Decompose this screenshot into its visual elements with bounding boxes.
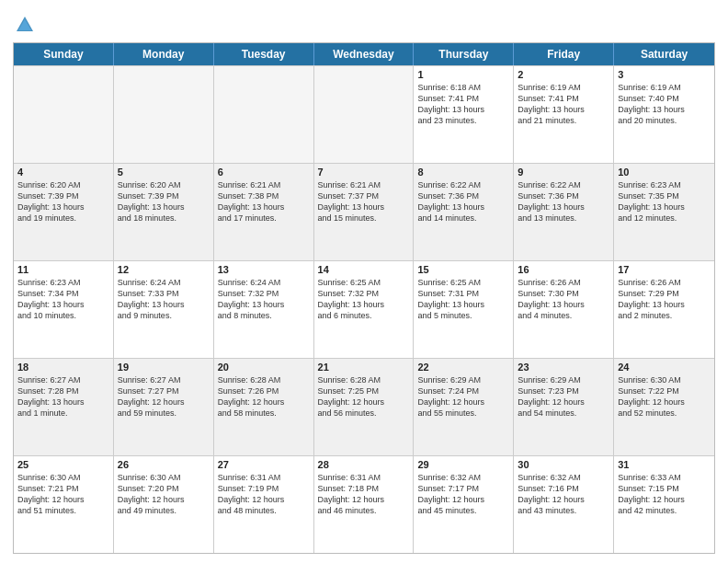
day-info: Sunrise: 6:20 AMSunset: 7:39 PMDaylight:… bbox=[118, 179, 210, 224]
logo-icon bbox=[15, 15, 35, 35]
calendar-row: 11Sunrise: 6:23 AMSunset: 7:34 PMDayligh… bbox=[14, 260, 714, 358]
calendar-cell bbox=[314, 66, 415, 163]
calendar-cell: 8Sunrise: 6:22 AMSunset: 7:36 PMDaylight… bbox=[414, 164, 514, 260]
calendar-cell: 16Sunrise: 6:26 AMSunset: 7:30 PMDayligh… bbox=[514, 261, 614, 358]
day-info: Sunrise: 6:19 AMSunset: 7:41 PMDaylight:… bbox=[518, 82, 609, 127]
calendar-cell bbox=[114, 66, 214, 163]
calendar-cell: 29Sunrise: 6:32 AMSunset: 7:17 PMDayligh… bbox=[414, 456, 514, 553]
calendar-cell: 9Sunrise: 6:22 AMSunset: 7:36 PMDaylight… bbox=[514, 164, 614, 260]
calendar-cell: 11Sunrise: 6:23 AMSunset: 7:34 PMDayligh… bbox=[14, 261, 114, 358]
day-info: Sunrise: 6:32 AMSunset: 7:16 PMDaylight:… bbox=[518, 472, 609, 517]
calendar-row: 1Sunrise: 6:18 AMSunset: 7:41 PMDaylight… bbox=[14, 65, 714, 163]
day-number: 12 bbox=[118, 264, 210, 275]
day-info: Sunrise: 6:32 AMSunset: 7:17 PMDaylight:… bbox=[417, 472, 509, 517]
calendar-cell: 17Sunrise: 6:26 AMSunset: 7:29 PMDayligh… bbox=[614, 261, 714, 358]
calendar-cell: 13Sunrise: 6:24 AMSunset: 7:32 PMDayligh… bbox=[214, 261, 314, 358]
calendar-cell: 1Sunrise: 6:18 AMSunset: 7:41 PMDaylight… bbox=[414, 66, 514, 163]
day-info: Sunrise: 6:25 AMSunset: 7:32 PMDaylight:… bbox=[318, 277, 410, 322]
calendar-cell: 6Sunrise: 6:21 AMSunset: 7:38 PMDaylight… bbox=[214, 164, 314, 260]
calendar-header: SundayMondayTuesdayWednesdayThursdayFrid… bbox=[14, 43, 714, 65]
day-info: Sunrise: 6:24 AMSunset: 7:32 PMDaylight:… bbox=[218, 277, 310, 322]
calendar-cell: 21Sunrise: 6:28 AMSunset: 7:25 PMDayligh… bbox=[314, 359, 415, 455]
weekday-header-thursday: Thursday bbox=[414, 43, 514, 65]
day-number: 26 bbox=[118, 459, 210, 470]
day-number: 18 bbox=[17, 362, 109, 373]
calendar-cell: 10Sunrise: 6:23 AMSunset: 7:35 PMDayligh… bbox=[614, 164, 714, 260]
day-number: 13 bbox=[218, 264, 310, 275]
day-info: Sunrise: 6:30 AMSunset: 7:22 PMDaylight:… bbox=[618, 374, 711, 419]
day-info: Sunrise: 6:23 AMSunset: 7:34 PMDaylight:… bbox=[17, 277, 109, 322]
day-info: Sunrise: 6:31 AMSunset: 7:18 PMDaylight:… bbox=[318, 472, 410, 517]
day-number: 17 bbox=[618, 264, 711, 275]
day-number: 23 bbox=[518, 362, 609, 373]
day-number: 5 bbox=[118, 167, 210, 178]
day-info: Sunrise: 6:30 AMSunset: 7:21 PMDaylight:… bbox=[17, 472, 109, 517]
day-number: 6 bbox=[218, 167, 310, 178]
day-number: 28 bbox=[318, 459, 410, 470]
calendar-cell: 31Sunrise: 6:33 AMSunset: 7:15 PMDayligh… bbox=[614, 456, 714, 553]
logo bbox=[13, 13, 35, 35]
day-info: Sunrise: 6:23 AMSunset: 7:35 PMDaylight:… bbox=[618, 179, 711, 224]
day-number: 22 bbox=[417, 362, 509, 373]
day-number: 21 bbox=[318, 362, 410, 373]
day-number: 16 bbox=[518, 264, 609, 275]
calendar-cell: 26Sunrise: 6:30 AMSunset: 7:20 PMDayligh… bbox=[114, 456, 214, 553]
day-info: Sunrise: 6:28 AMSunset: 7:26 PMDaylight:… bbox=[218, 374, 310, 419]
calendar: SundayMondayTuesdayWednesdayThursdayFrid… bbox=[13, 42, 715, 554]
calendar-cell bbox=[14, 66, 114, 163]
calendar-cell: 24Sunrise: 6:30 AMSunset: 7:22 PMDayligh… bbox=[614, 359, 714, 455]
day-number: 3 bbox=[618, 69, 711, 80]
day-info: Sunrise: 6:27 AMSunset: 7:27 PMDaylight:… bbox=[118, 374, 210, 419]
day-info: Sunrise: 6:21 AMSunset: 7:37 PMDaylight:… bbox=[318, 179, 410, 224]
day-number: 14 bbox=[318, 264, 410, 275]
header bbox=[13, 9, 715, 35]
day-number: 20 bbox=[218, 362, 310, 373]
weekday-header-friday: Friday bbox=[514, 43, 614, 65]
day-info: Sunrise: 6:19 AMSunset: 7:40 PMDaylight:… bbox=[618, 82, 711, 127]
calendar-cell: 15Sunrise: 6:25 AMSunset: 7:31 PMDayligh… bbox=[414, 261, 514, 358]
day-info: Sunrise: 6:29 AMSunset: 7:23 PMDaylight:… bbox=[518, 374, 609, 419]
day-info: Sunrise: 6:28 AMSunset: 7:25 PMDaylight:… bbox=[318, 374, 410, 419]
day-info: Sunrise: 6:22 AMSunset: 7:36 PMDaylight:… bbox=[518, 179, 609, 224]
calendar-row: 4Sunrise: 6:20 AMSunset: 7:39 PMDaylight… bbox=[14, 163, 714, 260]
day-info: Sunrise: 6:27 AMSunset: 7:28 PMDaylight:… bbox=[17, 374, 109, 419]
calendar-cell bbox=[214, 66, 314, 163]
day-info: Sunrise: 6:26 AMSunset: 7:30 PMDaylight:… bbox=[518, 277, 609, 322]
day-info: Sunrise: 6:18 AMSunset: 7:41 PMDaylight:… bbox=[417, 82, 509, 127]
day-number: 25 bbox=[17, 459, 109, 470]
calendar-cell: 14Sunrise: 6:25 AMSunset: 7:32 PMDayligh… bbox=[314, 261, 415, 358]
day-number: 29 bbox=[417, 459, 509, 470]
day-number: 1 bbox=[417, 69, 509, 80]
day-number: 2 bbox=[518, 69, 609, 80]
day-number: 27 bbox=[218, 459, 310, 470]
weekday-header-sunday: Sunday bbox=[14, 43, 114, 65]
day-number: 11 bbox=[17, 264, 109, 275]
day-number: 10 bbox=[618, 167, 711, 178]
day-number: 19 bbox=[118, 362, 210, 373]
weekday-header-wednesday: Wednesday bbox=[314, 43, 415, 65]
calendar-cell: 28Sunrise: 6:31 AMSunset: 7:18 PMDayligh… bbox=[314, 456, 415, 553]
day-info: Sunrise: 6:24 AMSunset: 7:33 PMDaylight:… bbox=[118, 277, 210, 322]
calendar-row: 18Sunrise: 6:27 AMSunset: 7:28 PMDayligh… bbox=[14, 358, 714, 455]
calendar-cell: 18Sunrise: 6:27 AMSunset: 7:28 PMDayligh… bbox=[14, 359, 114, 455]
page: SundayMondayTuesdayWednesdayThursdayFrid… bbox=[0, 0, 728, 563]
calendar-cell: 7Sunrise: 6:21 AMSunset: 7:37 PMDaylight… bbox=[314, 164, 415, 260]
day-number: 24 bbox=[618, 362, 711, 373]
day-info: Sunrise: 6:30 AMSunset: 7:20 PMDaylight:… bbox=[118, 472, 210, 517]
calendar-row: 25Sunrise: 6:30 AMSunset: 7:21 PMDayligh… bbox=[14, 455, 714, 553]
calendar-cell: 20Sunrise: 6:28 AMSunset: 7:26 PMDayligh… bbox=[214, 359, 314, 455]
day-info: Sunrise: 6:25 AMSunset: 7:31 PMDaylight:… bbox=[417, 277, 509, 322]
calendar-cell: 25Sunrise: 6:30 AMSunset: 7:21 PMDayligh… bbox=[14, 456, 114, 553]
weekday-header-monday: Monday bbox=[114, 43, 214, 65]
day-info: Sunrise: 6:21 AMSunset: 7:38 PMDaylight:… bbox=[218, 179, 310, 224]
day-number: 7 bbox=[318, 167, 410, 178]
calendar-cell: 22Sunrise: 6:29 AMSunset: 7:24 PMDayligh… bbox=[414, 359, 514, 455]
calendar-cell: 30Sunrise: 6:32 AMSunset: 7:16 PMDayligh… bbox=[514, 456, 614, 553]
calendar-cell: 19Sunrise: 6:27 AMSunset: 7:27 PMDayligh… bbox=[114, 359, 214, 455]
day-number: 31 bbox=[618, 459, 711, 470]
day-number: 30 bbox=[518, 459, 609, 470]
day-info: Sunrise: 6:26 AMSunset: 7:29 PMDaylight:… bbox=[618, 277, 711, 322]
calendar-cell: 2Sunrise: 6:19 AMSunset: 7:41 PMDaylight… bbox=[514, 66, 614, 163]
calendar-body: 1Sunrise: 6:18 AMSunset: 7:41 PMDaylight… bbox=[14, 65, 714, 553]
day-info: Sunrise: 6:20 AMSunset: 7:39 PMDaylight:… bbox=[17, 179, 109, 224]
